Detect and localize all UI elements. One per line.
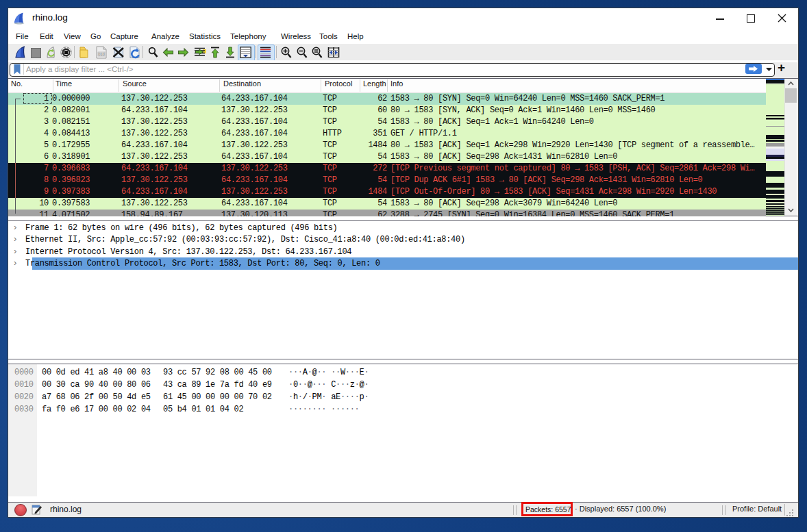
svg-text:010: 010 xyxy=(98,52,104,56)
